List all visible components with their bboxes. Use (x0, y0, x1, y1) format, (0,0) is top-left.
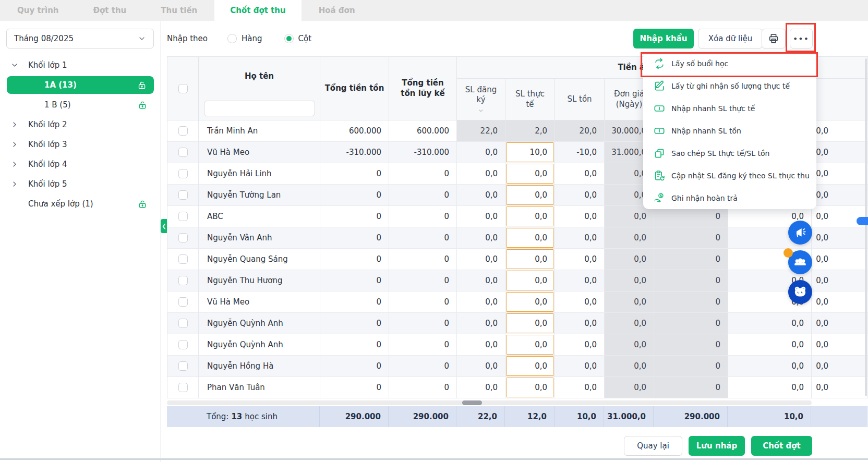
menu-item-2[interactable]: Nhập nhanh SL thực tế (643, 97, 816, 119)
table-row: Nguyễn Quang Sáng000,00,00,00,000,00,0 (167, 249, 868, 270)
menu-item-5[interactable]: Cập nhật SL đăng ký theo SL thực thu (643, 164, 816, 187)
header-group-overflow (812, 57, 868, 79)
sl-thucte-input[interactable]: 0,0 (507, 378, 553, 397)
row-checkbox[interactable] (178, 233, 188, 242)
cell-col6: 0,0 (555, 377, 605, 398)
chevron-right-icon (10, 120, 19, 129)
tab-1[interactable]: Đợt thu (76, 0, 144, 21)
header-sl-dangky[interactable]: SL đăng ký (457, 79, 505, 120)
student-name: Nguyễn Quỳnh Anh (199, 334, 320, 356)
name-filter-input[interactable] (212, 102, 328, 115)
sidebar-item-1-b-(5)[interactable]: 1 B (5) (0, 95, 161, 115)
cell-col5: 0,0 (505, 270, 555, 291)
print-button[interactable] (762, 29, 786, 48)
cell-col6: 0,0 (555, 313, 605, 334)
select-all-checkbox[interactable] (178, 84, 188, 93)
class-tree: Khối lớp 11A (13)1 B (5)Khối lớp 2Khối l… (0, 55, 161, 214)
summary-col5: 12,0 (505, 406, 554, 427)
row-checkbox[interactable] (178, 383, 188, 392)
menu-item-3[interactable]: Nhập nhanh SL tồn (643, 119, 816, 142)
cell-col5: 0,0 (505, 313, 555, 334)
row-checkbox[interactable] (178, 169, 188, 178)
vertical-scrollbar[interactable] (865, 58, 867, 396)
app-root: Quy trìnhĐợt thuThu tiềnChốt đợt thuHoá … (0, 0, 868, 462)
tab-0[interactable]: Quy trình (0, 0, 76, 21)
menu-item-1[interactable]: Lấy từ ghi nhận số lượng thực tế (643, 75, 816, 97)
cell-col8: 0 (654, 227, 728, 249)
student-name: Nguyễn Hồng Hà (199, 356, 320, 377)
cell-col3: 0 (389, 334, 457, 356)
menu-item-6[interactable]: Ghi nhận hoàn trả (643, 187, 816, 209)
tab-4[interactable]: Hoá đơn (302, 0, 372, 21)
sl-thucte-input[interactable]: 0,0 (507, 185, 553, 205)
save-draft-button[interactable]: Lưu nháp (689, 436, 745, 456)
sidebar-item-khối-lớp-4[interactable]: Khối lớp 4 (0, 154, 161, 174)
more-actions-button[interactable]: ••• (790, 29, 813, 48)
cell-col4: 0,0 (457, 142, 505, 163)
sidebar-item-khối-lớp-2[interactable]: Khối lớp 2 (0, 115, 161, 135)
sidebar-item-1a-(13)[interactable]: 1A (13) (7, 76, 154, 94)
cell-col6: 0,0 (555, 291, 605, 313)
cell-col8: 0 (654, 270, 728, 291)
clear-data-button[interactable]: Xóa dữ liệu (698, 29, 763, 48)
row-checkbox[interactable] (178, 276, 188, 285)
month-selector[interactable]: Tháng 08/2025 (6, 29, 154, 48)
sl-thucte-input[interactable]: 0,0 (507, 164, 553, 184)
cell-col4: 0,0 (457, 206, 505, 227)
docked-widget-tab[interactable] (857, 217, 868, 225)
sl-thucte-input[interactable]: 10,0 (507, 142, 553, 162)
row-checkbox[interactable] (178, 212, 188, 221)
student-name: Nguyễn Quỳnh Anh (199, 313, 320, 334)
sl-thucte-input[interactable]: 0,0 (507, 249, 553, 269)
sl-thucte-input[interactable]: 0,0 (507, 271, 553, 290)
horizontal-scrollbar[interactable] (167, 400, 812, 405)
chevron-right-icon (10, 180, 19, 188)
sl-thucte-input[interactable]: 0,0 (507, 356, 553, 376)
announcement-fab[interactable] (788, 221, 812, 245)
row-checkbox[interactable] (178, 190, 188, 200)
sidebar-item-chưa-xếp-lớp-(1)[interactable]: Chưa xếp lớp (1) (0, 194, 161, 214)
sl-thucte-input[interactable]: 0,0 (507, 335, 553, 355)
sl-thucte-input[interactable]: 0,0 (507, 228, 553, 248)
cell-col3: 0 (389, 313, 457, 334)
cell-col5: 2,0 (505, 120, 555, 142)
row-checkbox[interactable] (178, 361, 188, 371)
cell-col7: 0,0 (605, 377, 654, 398)
summary-col7: 31.000,0 (604, 406, 654, 427)
row-checkbox[interactable] (178, 254, 188, 264)
header-sl-ton[interactable]: SL tồn (555, 79, 605, 120)
header-sl-thucte[interactable]: SL thực tế (505, 79, 555, 120)
tab-2[interactable]: Thu tiền (143, 0, 214, 21)
radio-hàng[interactable]: Hàng (227, 34, 262, 43)
student-name: Nguyễn Thu Hương (199, 270, 320, 291)
sidebar-item-khối-lớp-3[interactable]: Khối lớp 3 (0, 135, 161, 154)
sync-icon (654, 58, 665, 69)
row-checkbox[interactable] (178, 340, 188, 349)
row-checkbox[interactable] (178, 148, 188, 157)
sidebar-item-khối-lớp-1[interactable]: Khối lớp 1 (0, 55, 161, 75)
assistant-fab[interactable] (788, 280, 812, 304)
back-button[interactable]: Quay lại (624, 436, 682, 456)
sl-thucte-input[interactable]: 0,0 (507, 206, 553, 226)
cell-col5: 0,0 (505, 249, 555, 270)
menu-item-4[interactable]: Sao chép SL thực tế/SL tồn (643, 142, 816, 164)
header-checkbox-cell (167, 57, 199, 120)
sl-thucte-input[interactable]: 0,0 (507, 313, 553, 333)
horizontal-scrollbar-thumb[interactable] (462, 400, 482, 405)
finalize-button[interactable]: Chốt đợt (751, 436, 812, 456)
name-filter[interactable] (204, 101, 315, 116)
sl-thucte-input[interactable]: 0,0 (507, 292, 553, 312)
cell-col3: 600.000 (389, 120, 457, 142)
tab-3[interactable]: Chốt đợt thu (214, 0, 301, 21)
row-checkbox[interactable] (178, 297, 188, 307)
row-checkbox[interactable] (178, 319, 188, 328)
radio-cột[interactable]: Cột (284, 34, 312, 43)
row-checkbox[interactable] (178, 126, 188, 136)
sidebar-item-khối-lớp-5[interactable]: Khối lớp 5 (0, 174, 161, 194)
menu-item-0[interactable]: Lấy số buổi học (643, 52, 816, 75)
cell-col5: 0,0 (505, 206, 555, 227)
unlock-icon (138, 100, 148, 110)
import-button[interactable]: Nhập khẩu (633, 29, 694, 48)
cell-col5: 0,0 (505, 356, 555, 377)
cell-col9: 0,0 (728, 334, 812, 356)
